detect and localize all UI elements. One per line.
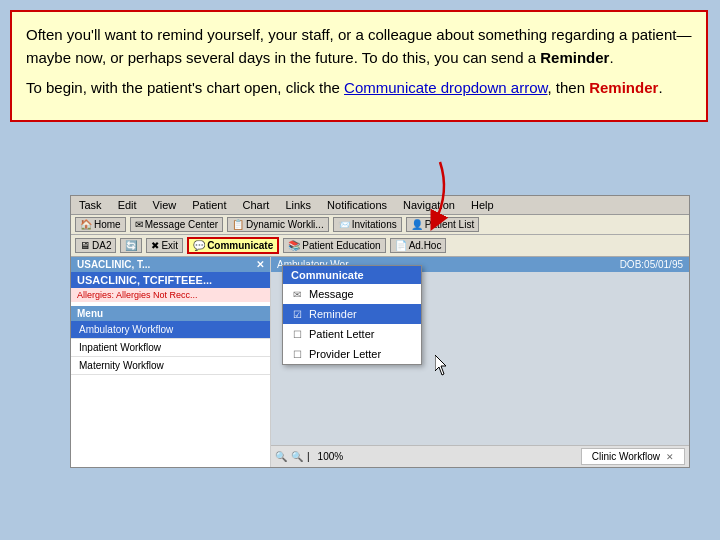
dynamic-icon: 📋 (232, 219, 244, 230)
communicate-icon: 💬 (193, 240, 205, 251)
reminder-bold: Reminder (540, 49, 609, 66)
patient-education-label: Patient Education (302, 240, 380, 251)
da2-label: DA2 (92, 240, 111, 251)
reminder-dropdown-icon: ☑ (291, 308, 303, 320)
workflow-label-text: Clinic Workflow (592, 451, 660, 462)
patient-tab[interactable]: USACLINIC, T... ✕ (71, 257, 270, 272)
home-button[interactable]: 🏠 Home (75, 217, 126, 232)
adhoc-icon: 📄 (395, 240, 407, 251)
communicate-label: Communicate (207, 240, 273, 251)
da2-icon: 🖥 (80, 240, 90, 251)
message-label: Message Center (145, 219, 218, 230)
toolbar-1: 🏠 Home ✉ Message Center 📋 Dynamic Workli… (71, 215, 689, 235)
message-dropdown-label: Message (309, 288, 354, 300)
dropdown-item-provider-letter[interactable]: ☐ Provider Letter (283, 344, 421, 364)
communicate-button[interactable]: 💬 Communicate (187, 237, 279, 254)
menu-notifications[interactable]: Notifications (323, 198, 391, 212)
reminder-dropdown-label: Reminder (309, 308, 357, 320)
zoom-separator: | (307, 451, 310, 462)
sidebar-menu-items: Ambulatory Workflow Inpatient Workflow M… (71, 321, 270, 375)
refresh-icon: 🔄 (125, 240, 137, 251)
message-icon: ✉ (135, 219, 143, 230)
close-tab-icon[interactable]: ✕ (256, 259, 264, 270)
exit-label: Exit (161, 240, 178, 251)
sidebar-item-ambulatory[interactable]: Ambulatory Workflow (71, 321, 270, 339)
patientlist-icon: 👤 (411, 219, 423, 230)
patient-letter-icon: ☐ (291, 328, 303, 340)
adhoc-label: Ad.Hoc (409, 240, 442, 251)
dropdown-item-message[interactable]: ✉ Message (283, 284, 421, 304)
menu-links[interactable]: Links (281, 198, 315, 212)
patient-short-name: USACLINIC, T... (77, 259, 150, 270)
dropdown-item-patient-letter[interactable]: ☐ Patient Letter (283, 324, 421, 344)
patientlist-label: Patient List (425, 219, 474, 230)
zoom-icon: 🔍 (275, 451, 287, 462)
home-label: Home (94, 219, 121, 230)
invitations-label: Invitations (352, 219, 397, 230)
workflow-label[interactable]: Clinic Workflow ✕ (581, 448, 685, 465)
patient-education-button[interactable]: 📚 Patient Education (283, 238, 385, 253)
dropdown-header: Communicate (283, 266, 421, 284)
menu-chart[interactable]: Chart (239, 198, 274, 212)
info-paragraph-2: To begin, with the patient's chart open,… (26, 77, 692, 100)
sidebar-item-maternity[interactable]: Maternity Workflow (71, 357, 270, 375)
exit-icon: ✖ (151, 240, 159, 251)
communicate-link-text: Communicate dropdown arrow (344, 79, 547, 96)
invitations-icon: 📨 (338, 219, 350, 230)
patient-list-button[interactable]: 👤 Patient List (406, 217, 479, 232)
bottom-bar: 🔍 🔍 | 100% Clinic Workflow ✕ (271, 445, 689, 467)
left-sidebar: USACLINIC, T... ✕ USACLINIC, TCFIFTEEE..… (71, 257, 271, 467)
provider-letter-label: Provider Letter (309, 348, 381, 360)
zoom-level: 🔍 (291, 451, 303, 462)
refresh-button[interactable]: 🔄 (120, 238, 142, 253)
info-paragraph-1: Often you'll want to remind yourself, yo… (26, 24, 692, 69)
close-workflow-icon[interactable]: ✕ (666, 452, 674, 462)
dob-label: DOB:05/01/95 (620, 259, 683, 270)
menu-navigation[interactable]: Navigation (399, 198, 459, 212)
menu-bar: Task Edit View Patient Chart Links Notif… (71, 196, 689, 215)
info-box: Often you'll want to remind yourself, yo… (10, 10, 708, 122)
menu-help[interactable]: Help (467, 198, 498, 212)
dropdown-item-reminder[interactable]: ☑ Reminder (283, 304, 421, 324)
patient-education-icon: 📚 (288, 240, 300, 251)
allergy-info: Allergies: Allergies Not Recc... (71, 288, 270, 302)
menu-patient[interactable]: Patient (188, 198, 230, 212)
toolbar-2: 🖥 DA2 🔄 ✖ Exit 💬 Communicate 📚 Patient E… (71, 235, 689, 257)
zoom-percent: 100% (318, 451, 344, 462)
menu-task[interactable]: Task (75, 198, 106, 212)
communicate-dropdown: Communicate ✉ Message ☑ Reminder ☐ Patie… (282, 265, 422, 365)
sidebar-item-inpatient[interactable]: Inpatient Workflow (71, 339, 270, 357)
sidebar-menu-label: Menu (71, 306, 270, 321)
invitations-button[interactable]: 📨 Invitations (333, 217, 402, 232)
exit-button[interactable]: ✖ Exit (146, 238, 183, 253)
menu-view[interactable]: View (149, 198, 181, 212)
home-icon: 🏠 (80, 219, 92, 230)
patient-full-name: USACLINIC, TCFIFTEEE... (71, 272, 270, 288)
provider-letter-icon: ☐ (291, 348, 303, 360)
message-center-button[interactable]: ✉ Message Center (130, 217, 223, 232)
da2-button[interactable]: 🖥 DA2 (75, 238, 116, 253)
adhoc-button[interactable]: 📄 Ad.Hoc (390, 238, 447, 253)
patient-letter-label: Patient Letter (309, 328, 374, 340)
reminder-link-text: Reminder (589, 79, 658, 96)
menu-edit[interactable]: Edit (114, 198, 141, 212)
message-dropdown-icon: ✉ (291, 288, 303, 300)
dynamic-workflow-button[interactable]: 📋 Dynamic Workli... (227, 217, 329, 232)
dynamic-label: Dynamic Workli... (246, 219, 324, 230)
